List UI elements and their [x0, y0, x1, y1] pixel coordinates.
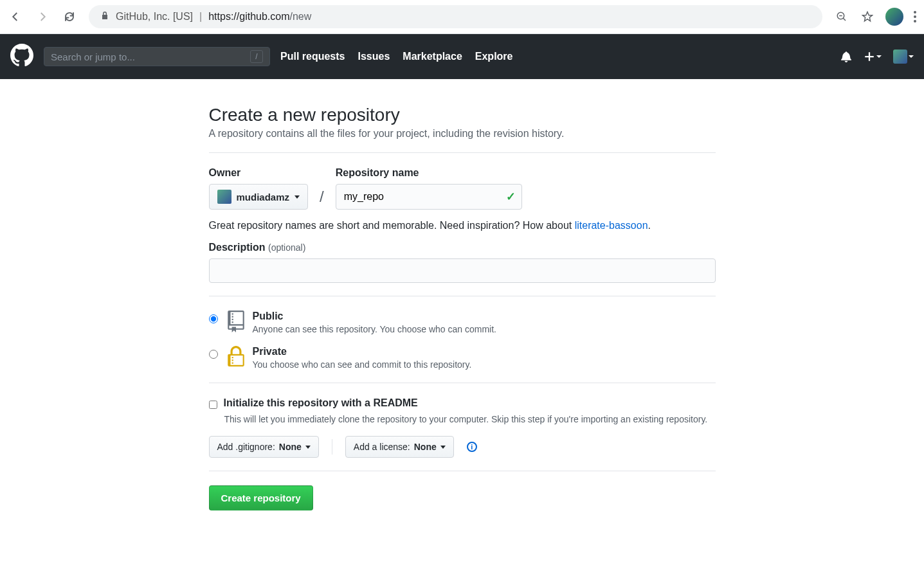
private-description: You choose who can see and commit to thi…: [253, 359, 472, 370]
init-readme-checkbox[interactable]: [209, 401, 217, 409]
license-info-icon[interactable]: i: [467, 442, 477, 452]
divider: [209, 471, 716, 471]
private-label: Private: [253, 346, 472, 357]
zoom-icon[interactable]: [834, 9, 849, 24]
repo-public-icon: [227, 311, 245, 332]
caret-down-icon: [876, 55, 882, 58]
browser-toolbar: GitHub, Inc. [US] | https://github.com/n…: [0, 0, 924, 34]
address-bar[interactable]: GitHub, Inc. [US] | https://github.com/n…: [89, 5, 822, 28]
repo-name-label: Repository name: [336, 167, 522, 179]
search-hotkey-badge: /: [250, 50, 263, 63]
user-avatar: [893, 50, 907, 64]
create-new-menu[interactable]: [864, 51, 882, 62]
repo-name-input[interactable]: [336, 184, 522, 210]
create-repository-button[interactable]: Create repository: [209, 485, 313, 510]
browser-profile-avatar[interactable]: [885, 8, 903, 26]
cert-label: GitHub, Inc. [US]: [116, 11, 193, 23]
nav-issues[interactable]: Issues: [358, 51, 390, 62]
forward-button[interactable]: [35, 9, 50, 24]
owner-value: mudiadamz: [237, 192, 290, 203]
license-select[interactable]: Add a license: None: [345, 436, 454, 458]
nav-marketplace[interactable]: Marketplace: [403, 51, 462, 62]
public-description: Anyone can see this repository. You choo…: [253, 324, 497, 334]
visibility-private-radio[interactable]: [209, 350, 218, 359]
lock-icon: [100, 11, 109, 23]
init-readme-description: This will let you immediately clone the …: [224, 414, 716, 424]
gitignore-select[interactable]: Add .gitignore: None: [209, 436, 319, 458]
github-logo-icon[interactable]: [10, 44, 33, 69]
caret-down-icon: [440, 446, 446, 449]
valid-check-icon: ✓: [506, 190, 516, 204]
divider: [209, 152, 716, 153]
page-title: Create a new repository: [209, 105, 716, 125]
caret-down-icon: [305, 446, 311, 449]
suggested-name-link[interactable]: literate-bassoon: [575, 220, 648, 231]
primary-nav: Pull requests Issues Marketplace Explore: [280, 51, 512, 62]
address-separator: |: [199, 11, 202, 23]
browser-menu-icon[interactable]: [914, 11, 916, 23]
search-input[interactable]: Search or jump to... /: [44, 47, 270, 66]
owner-avatar: [217, 190, 231, 204]
divider: [209, 296, 716, 296]
public-label: Public: [253, 311, 497, 322]
github-header: Search or jump to... / Pull requests Iss…: [0, 34, 924, 79]
notifications-icon[interactable]: [840, 51, 852, 62]
url-host: https://github.com: [208, 11, 289, 22]
nav-explore[interactable]: Explore: [475, 51, 513, 62]
search-placeholder: Search or jump to...: [51, 51, 135, 62]
owner-repo-separator: /: [320, 188, 324, 210]
user-menu[interactable]: [893, 50, 914, 64]
description-label: Description (optional): [209, 242, 716, 253]
bookmark-star-icon[interactable]: [860, 9, 875, 24]
back-button[interactable]: [8, 9, 23, 24]
owner-label: Owner: [209, 167, 309, 179]
init-readme-label: Initialize this repository with a README: [224, 397, 418, 409]
caret-down-icon: [909, 55, 914, 58]
lock-icon: [227, 346, 245, 368]
page-subtitle: A repository contains all the files for …: [209, 128, 716, 140]
repo-name-hint: Great repository names are short and mem…: [209, 220, 716, 231]
divider: [209, 383, 716, 383]
owner-select[interactable]: mudiadamz: [209, 184, 309, 210]
url-path: /new: [290, 11, 312, 22]
visibility-public-radio[interactable]: [209, 314, 218, 323]
reload-button[interactable]: [62, 9, 77, 24]
nav-pull-requests[interactable]: Pull requests: [280, 51, 345, 62]
description-input[interactable]: [209, 258, 716, 283]
divider: [332, 439, 332, 455]
caret-down-icon: [294, 195, 300, 199]
new-repo-form: Create a new repository A repository con…: [199, 105, 726, 543]
